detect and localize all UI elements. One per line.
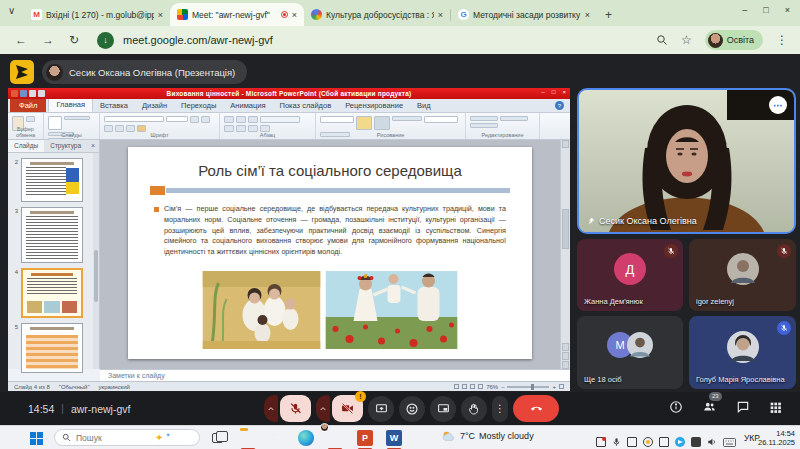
edge-icon[interactable] <box>298 430 314 446</box>
font-color-button[interactable] <box>137 125 146 132</box>
slide-body-text[interactable]: Сім’я — перше соціальне середовище, де в… <box>164 204 506 258</box>
forward-icon[interactable]: → <box>42 33 54 47</box>
slide-thumbnail-2[interactable]: 2 <box>12 158 83 202</box>
ribbon-tab-home[interactable]: Главная <box>48 98 93 112</box>
bookmark-icon[interactable]: ☆ <box>681 33 692 47</box>
ppt-minimize-button[interactable]: – <box>542 89 545 95</box>
powerpoint-titlebar[interactable]: Виховання цінностей - Microsoft PowerPoi… <box>8 88 570 99</box>
numbering-button[interactable] <box>236 116 246 123</box>
shadow-button[interactable] <box>115 125 124 132</box>
new-tab-button[interactable]: + <box>605 8 612 22</box>
slide-thumbnail-3[interactable]: 3 <box>12 207 83 263</box>
start-button[interactable] <box>30 432 43 445</box>
panel-tab-outline[interactable]: Структура <box>44 140 87 152</box>
url-text[interactable]: meet.google.com/awr-newj-gvf <box>123 34 273 46</box>
font-name-select[interactable] <box>104 116 164 122</box>
slide-title[interactable]: Роль сім’ї та соціального середовища <box>128 162 532 179</box>
mic-options-chevron[interactable] <box>264 395 278 422</box>
slide-canvas[interactable]: Роль сім’ї та соціального середовища Сім… <box>128 147 532 359</box>
meeting-details-button[interactable] <box>669 400 683 418</box>
undo-icon[interactable] <box>29 90 36 97</box>
powerpoint-taskbar-icon[interactable]: P <box>357 430 373 446</box>
minimize-button[interactable]: – <box>742 5 747 15</box>
ribbon-tab-slideshow[interactable]: Показ слайдов <box>273 100 339 112</box>
more-options-button[interactable]: ⋮ <box>492 396 508 422</box>
telegram-icon[interactable] <box>675 437 685 447</box>
underline-button[interactable] <box>104 125 113 132</box>
zoom-icon[interactable] <box>656 34 668 46</box>
tab-search-icon[interactable]: ∨ <box>8 5 15 16</box>
picture-in-picture-button[interactable] <box>430 396 456 422</box>
copilot-icon[interactable]: ✦ <box>155 433 163 443</box>
italic-button[interactable] <box>201 116 210 123</box>
ribbon-tab-animation[interactable]: Анимация <box>223 100 272 112</box>
align-right-button[interactable] <box>248 125 258 132</box>
ribbon-tab-view[interactable]: Вид <box>410 100 438 112</box>
taskbar-clock[interactable]: 14:54 26.11.2025 <box>758 430 795 447</box>
close-icon[interactable]: × <box>158 10 163 20</box>
tile-menu-icon[interactable]: ⋯ <box>769 96 787 114</box>
panel-scrollbar[interactable] <box>93 153 99 369</box>
ribbon-tab-file[interactable]: Файл <box>10 99 46 112</box>
weather-widget[interactable]: 7°C Mostly cloudy <box>441 430 534 442</box>
ppt-maximize-button[interactable]: □ <box>552 89 556 95</box>
select-button[interactable] <box>470 123 498 128</box>
reload-icon[interactable]: ↻ <box>69 33 79 47</box>
help-icon[interactable]: ? <box>555 101 564 110</box>
slide-thumbnail-5[interactable]: 5 <box>12 323 83 373</box>
presenter-banner[interactable]: Сесик Оксана Олегівна (Презентація) <box>42 60 247 84</box>
redo-icon[interactable] <box>38 90 45 97</box>
indent-button[interactable] <box>248 116 258 123</box>
tab-metodychni[interactable]: G Методичні засади розвитку гр × <box>451 3 597 26</box>
align-center-button[interactable] <box>236 125 246 132</box>
reactions-button[interactable] <box>399 396 425 422</box>
new-slide-button[interactable] <box>48 116 62 130</box>
video-tile-igor[interactable]: igor zelenyj <box>689 239 796 311</box>
present-screen-button[interactable] <box>368 396 394 422</box>
maximize-button[interactable]: □ <box>763 5 768 15</box>
screen-record-icon[interactable] <box>596 437 606 447</box>
video-tile-golub[interactable]: Голуб Марія Ярославівна <box>689 316 796 389</box>
view-normal-button[interactable] <box>454 384 459 389</box>
zoom-in-button[interactable]: + <box>552 384 556 390</box>
justify-button[interactable] <box>260 125 270 132</box>
word-taskbar-icon[interactable]: W <box>386 430 402 446</box>
keyboard-icon[interactable] <box>723 433 736 449</box>
back-icon[interactable]: ← <box>15 33 27 47</box>
tab-kultura[interactable]: Культура добросусідства : Я.Т × <box>304 3 450 26</box>
view-reading-button[interactable] <box>470 384 475 389</box>
arrange-button[interactable] <box>356 116 372 130</box>
tab-meet-active[interactable]: Meet: "awr-newj-gvf" × <box>170 3 304 26</box>
zoom-out-button[interactable]: – <box>501 384 504 390</box>
tray-mic-icon[interactable] <box>612 433 621 449</box>
main-video-tile[interactable]: Сесик Оксана Олегівна ⋯ <box>577 88 796 234</box>
task-view-button[interactable] <box>212 433 223 443</box>
camera-off-button[interactable]: ! <box>332 395 363 422</box>
raise-hand-button[interactable] <box>461 396 487 422</box>
ppt-close-button[interactable]: × <box>562 89 566 95</box>
bold-button[interactable] <box>190 116 199 123</box>
text-direction-button[interactable] <box>260 116 300 123</box>
activities-button[interactable] <box>769 400 782 418</box>
close-button[interactable]: × <box>785 5 790 15</box>
close-icon[interactable]: × <box>292 10 297 20</box>
profile-chip[interactable]: Освіта <box>705 30 763 50</box>
panel-close-icon[interactable]: × <box>87 140 99 152</box>
speaker-icon[interactable] <box>707 433 717 449</box>
camera-tray-icon[interactable] <box>691 437 701 447</box>
slide-scrollbar[interactable] <box>560 140 570 369</box>
view-sorter-button[interactable] <box>462 384 467 389</box>
bullets-button[interactable] <box>224 116 234 123</box>
find-button[interactable] <box>470 116 498 121</box>
font-size-select[interactable] <box>166 116 188 122</box>
ribbon-tab-review[interactable]: Рецензирование <box>338 100 410 112</box>
end-call-button[interactable] <box>513 395 559 422</box>
video-tile-zhanna[interactable]: Д Жанна Дем'янюк <box>577 239 683 311</box>
camera-options-chevron[interactable] <box>316 395 330 422</box>
zoom-slider[interactable] <box>507 386 549 388</box>
close-icon[interactable]: × <box>438 10 443 20</box>
ribbon-tab-design[interactable]: Дизайн <box>135 100 174 112</box>
chat-button[interactable] <box>736 400 750 418</box>
status-dot-icon[interactable] <box>643 437 653 447</box>
browser-menu-icon[interactable]: ⋮ <box>776 33 788 47</box>
